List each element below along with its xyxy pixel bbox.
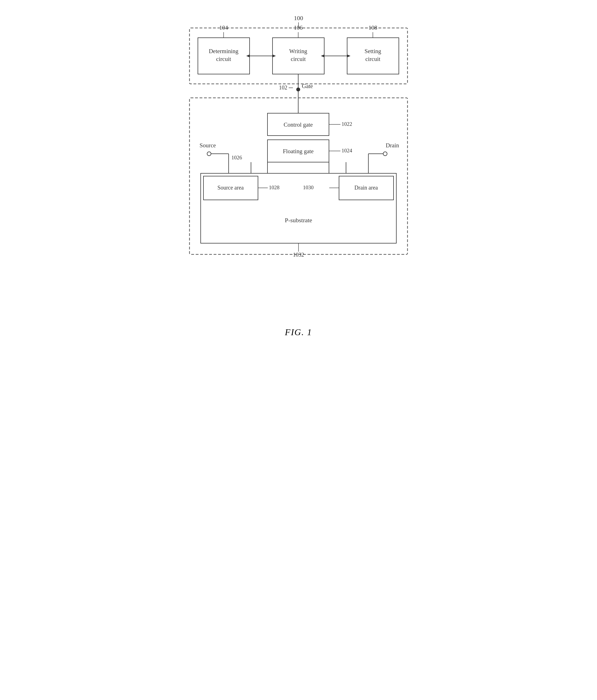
figure-caption: FIG. 1	[285, 327, 312, 338]
label-1030: 1030	[303, 184, 314, 191]
label-1024: 1024	[342, 148, 352, 153]
label-108: 108	[368, 24, 377, 31]
label-1026: 1026	[231, 155, 242, 160]
label-102: 102	[279, 84, 287, 91]
label-1022: 1022	[342, 121, 352, 127]
label-1028: 1028	[269, 184, 279, 191]
label-104: 104	[219, 24, 228, 31]
floating-gate-label: Floating gate	[283, 148, 314, 155]
circuit-diagram: 100 Determining circuit 104 Writing circ…	[173, 11, 424, 305]
control-gate-label: Control gate	[284, 121, 313, 128]
determining-circuit-label: Determining	[209, 48, 239, 54]
determining-circuit-label2: circuit	[216, 56, 231, 62]
writing-circuit-label: Writing	[289, 48, 307, 54]
drain-area-label: Drain area	[354, 184, 378, 191]
drain-circle	[383, 152, 387, 156]
label-100: 100	[294, 15, 303, 22]
gate-dot	[296, 88, 300, 92]
source-area-label: Source area	[218, 184, 244, 191]
page-container: 100 Determining circuit 104 Writing circ…	[173, 11, 424, 338]
setting-circuit-label2: circuit	[365, 56, 380, 62]
source-circle	[207, 152, 211, 156]
setting-circuit-label: Setting	[365, 48, 381, 54]
drain-terminal-label: Drain	[386, 142, 399, 149]
label-1032: 1032	[293, 252, 304, 258]
gate-label: Gate	[302, 83, 313, 90]
writing-circuit-label2: circuit	[291, 56, 306, 62]
label-106: 106	[294, 24, 303, 31]
source-terminal-label: Source	[200, 142, 216, 149]
p-substrate-label: P-substrate	[285, 217, 312, 224]
